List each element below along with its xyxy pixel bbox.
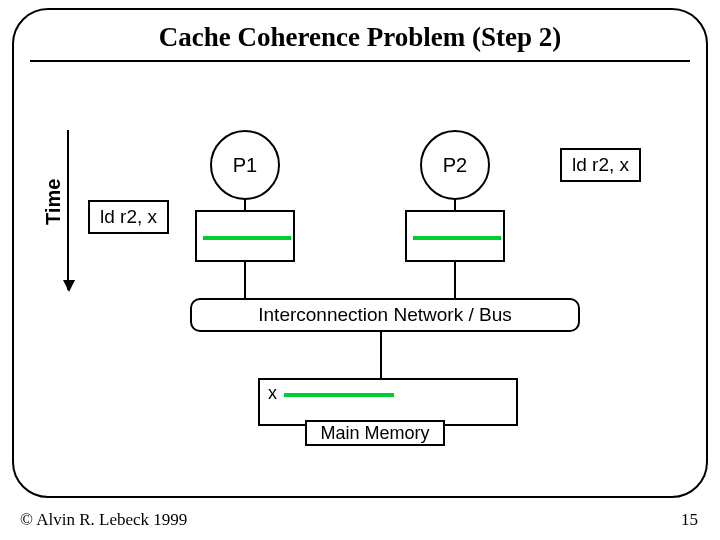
cache-p1	[195, 210, 295, 262]
time-axis-label: Time	[42, 179, 65, 225]
connector-bus-memory	[380, 332, 382, 378]
time-arrow-icon	[67, 130, 69, 290]
connector-cache2-bus	[454, 262, 456, 298]
memory-variable-x: x	[268, 383, 277, 404]
ld-instruction-right: ld r2, x	[560, 148, 641, 182]
cache-line-icon	[203, 236, 291, 240]
main-memory-label: Main Memory	[305, 420, 445, 446]
cache-p2	[405, 210, 505, 262]
connector-cache1-bus	[244, 262, 246, 298]
title-underline	[30, 60, 690, 62]
main-memory-box	[258, 378, 518, 426]
connector-p2-cache	[454, 198, 456, 210]
page-number: 15	[681, 510, 698, 530]
copyright-text: © Alvin R. Lebeck 1999	[20, 510, 187, 530]
bus-label: Interconnection Network / Bus	[190, 298, 580, 332]
connector-p1-cache	[244, 198, 246, 210]
ld-instruction-left: ld r2, x	[88, 200, 169, 234]
processor-p1: P1	[210, 130, 280, 200]
memory-line-icon	[284, 393, 394, 397]
slide-title: Cache Coherence Problem (Step 2)	[0, 22, 720, 53]
cache-line-icon	[413, 236, 501, 240]
processor-p2: P2	[420, 130, 490, 200]
